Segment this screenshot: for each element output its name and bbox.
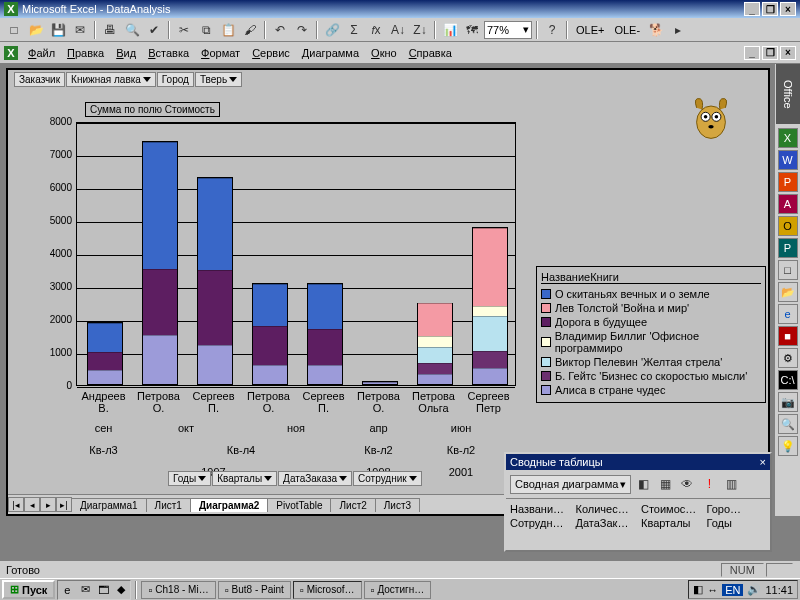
tray-lang[interactable]: EN (722, 584, 743, 596)
tray-vol-icon[interactable]: 🔊 (747, 583, 761, 596)
mail-icon[interactable]: ✉ (70, 20, 90, 40)
sum-icon[interactable]: Σ (344, 20, 364, 40)
sheet-tab-Лист2[interactable]: Лист2 (330, 498, 375, 512)
pivot-field[interactable]: Сотрудн… (510, 517, 570, 529)
bar-3[interactable] (252, 283, 288, 385)
open-sb-icon[interactable]: 📂 (778, 282, 798, 302)
menu-Окно[interactable]: Окно (365, 45, 403, 61)
filter-Годы[interactable]: Годы (168, 471, 211, 486)
more-icon[interactable]: ▸ (668, 20, 688, 40)
spellcheck-icon[interactable]: ✔ (144, 20, 164, 40)
doc-close-button[interactable]: × (780, 46, 796, 60)
pivot-field[interactable]: Кварталы (641, 517, 701, 529)
sheet-tab-Лист3[interactable]: Лист3 (375, 498, 420, 512)
restore-button[interactable]: ❐ (762, 2, 778, 16)
new-doc-sb-icon[interactable]: □ (778, 260, 798, 280)
filter-Книжная лавка[interactable]: Книжная лавка (66, 72, 156, 87)
copy-icon[interactable]: ⧉ (196, 20, 216, 40)
bar-2[interactable] (197, 177, 233, 385)
powerpoint-sb-icon[interactable]: P (778, 172, 798, 192)
menu-Правка[interactable]: Правка (61, 45, 110, 61)
task-button[interactable]: ▫Ch18 - Mi… (141, 581, 215, 599)
open-icon[interactable]: 📂 (26, 20, 46, 40)
menu-Формат[interactable]: Формат (195, 45, 246, 61)
pivot-refresh-icon[interactable]: ! (699, 474, 719, 494)
tray-resize-icon[interactable]: ↔ (707, 584, 718, 596)
sheet-tab-PivotTable[interactable]: PivotTable (267, 498, 331, 512)
task-button[interactable]: ▫Microsof… (293, 581, 362, 599)
pivot-chart-menu[interactable]: Сводная диаграмма ▾ (510, 475, 631, 494)
save-icon[interactable]: 💾 (48, 20, 68, 40)
tab-nav-first-icon[interactable]: |◂ (8, 497, 24, 512)
menu-Справка[interactable]: Справка (403, 45, 458, 61)
pivot-field[interactable]: ДатаЗак… (576, 517, 636, 529)
pivot-close-icon[interactable]: × (760, 456, 766, 468)
excel-sb-icon[interactable]: X (778, 128, 798, 148)
pivot-show-icon[interactable]: 👁 (677, 474, 697, 494)
close-button[interactable]: × (780, 2, 796, 16)
bar-1[interactable] (142, 141, 178, 385)
filter-ДатаЗаказа[interactable]: ДатаЗаказа (278, 471, 352, 486)
ql-outlook-icon[interactable]: ✉ (77, 582, 93, 598)
menu-Файл[interactable]: Файл (22, 45, 61, 61)
light-sb-icon[interactable]: 💡 (778, 436, 798, 456)
find-sb-icon[interactable]: 🔍 (778, 414, 798, 434)
filter-Тверь[interactable]: Тверь (195, 72, 242, 87)
tray-icon[interactable]: ◧ (693, 583, 703, 596)
cmd-sb-icon[interactable]: C:\ (778, 370, 798, 390)
access-sb-icon[interactable]: A (778, 194, 798, 214)
undo-icon[interactable]: ↶ (270, 20, 290, 40)
pivot-wizard-icon[interactable]: ◧ (633, 474, 653, 494)
ql-app-icon[interactable]: ◆ (113, 582, 129, 598)
filter-Кварталы[interactable]: Кварталы (212, 471, 277, 486)
start-button[interactable]: ⊞Пуск (2, 580, 55, 599)
doc-icon[interactable]: X (4, 46, 18, 60)
word-sb-icon[interactable]: W (778, 150, 798, 170)
ql-desktop-icon[interactable]: 🗔 (95, 582, 111, 598)
cut-icon[interactable]: ✂ (174, 20, 194, 40)
redo-icon[interactable]: ↷ (292, 20, 312, 40)
link-icon[interactable]: 🔗 (322, 20, 342, 40)
ql-ie-icon[interactable]: e (59, 582, 75, 598)
ie-sb-icon[interactable]: e (778, 304, 798, 324)
fx-icon[interactable]: fx (366, 20, 386, 40)
preview-icon[interactable]: 🔍 (122, 20, 142, 40)
bar-7[interactable] (472, 227, 508, 385)
menu-Вид[interactable]: Вид (110, 45, 142, 61)
minimize-button[interactable]: _ (744, 2, 760, 16)
menu-Вставка[interactable]: Вставка (142, 45, 195, 61)
format-painter-icon[interactable]: 🖌 (240, 20, 260, 40)
bar-0[interactable] (87, 322, 123, 385)
pivot-field[interactable]: Названи… (510, 503, 570, 515)
ole-plus-button[interactable]: OLE+ (572, 24, 608, 36)
ole-minus-button[interactable]: OLE- (610, 24, 644, 36)
sheet-tab-Диаграмма2[interactable]: Диаграмма2 (190, 498, 268, 512)
pivot-toolbar[interactable]: Сводные таблицы× Сводная диаграмма ▾ ◧ ▦… (504, 452, 772, 552)
task-button[interactable]: ▫Достигн… (364, 581, 432, 599)
dog-icon[interactable]: 🐕 (646, 20, 666, 40)
zoom-input[interactable]: 77%▾ (484, 21, 532, 39)
pivot-field-icon[interactable]: ▦ (655, 474, 675, 494)
tab-nav-prev-icon[interactable]: ◂ (24, 497, 40, 512)
help-icon[interactable]: ? (542, 20, 562, 40)
map-icon[interactable]: 🗺 (462, 20, 482, 40)
pivot-field[interactable]: Стоимос… (641, 503, 701, 515)
pivot-field[interactable]: Горо… (707, 503, 767, 515)
publisher-sb-icon[interactable]: P (778, 238, 798, 258)
menu-Диаграмма[interactable]: Диаграмма (296, 45, 365, 61)
sheet-tab-Лист1[interactable]: Лист1 (146, 498, 191, 512)
bar-5[interactable] (362, 381, 398, 385)
doc-minimize-button[interactable]: _ (744, 46, 760, 60)
clippy-assistant-icon[interactable] (684, 88, 738, 142)
outlook-sb-icon[interactable]: O (778, 216, 798, 236)
bar-4[interactable] (307, 283, 343, 385)
chart-icon[interactable]: 📊 (440, 20, 460, 40)
tab-nav-last-icon[interactable]: ▸| (56, 497, 72, 512)
doc-restore-button[interactable]: ❐ (762, 46, 778, 60)
print-icon[interactable]: 🖶 (100, 20, 120, 40)
sort-asc-icon[interactable]: A↓ (388, 20, 408, 40)
pivot-hide-icon[interactable]: ▥ (721, 474, 741, 494)
tab-nav-next-icon[interactable]: ▸ (40, 497, 56, 512)
paste-icon[interactable]: 📋 (218, 20, 238, 40)
sheet-tab-Диаграмма1[interactable]: Диаграмма1 (71, 498, 147, 512)
